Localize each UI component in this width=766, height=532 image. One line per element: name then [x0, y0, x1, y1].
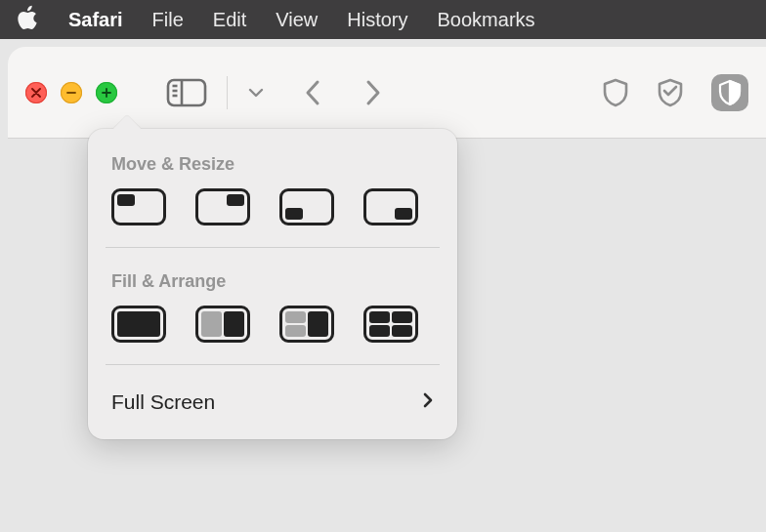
- move-resize-grid: [88, 188, 457, 247]
- fill-arrange-grid: [88, 306, 457, 364]
- svg-rect-0: [168, 80, 205, 105]
- menubar-item-bookmarks[interactable]: Bookmarks: [438, 9, 535, 31]
- menubar-item-history[interactable]: History: [347, 9, 407, 31]
- tile-quad-icon[interactable]: [363, 306, 418, 343]
- shield-half-active-icon[interactable]: [711, 74, 748, 111]
- tile-three-up-icon[interactable]: [279, 306, 334, 343]
- menubar-item-app[interactable]: Safari: [68, 9, 123, 31]
- menubar-item-edit[interactable]: Edit: [213, 9, 246, 31]
- sidebar-controls: [166, 76, 265, 109]
- tile-top-left-icon[interactable]: [111, 188, 166, 225]
- window-tiling-popover: Move & Resize Fill & Arrange Full Screen: [88, 129, 457, 439]
- shield-check-icon[interactable]: [657, 77, 684, 108]
- back-button-icon[interactable]: [304, 78, 323, 107]
- chevron-right-icon: [422, 391, 434, 414]
- apple-menu-icon[interactable]: [18, 5, 39, 34]
- tile-fill-screen-icon[interactable]: [111, 306, 166, 343]
- tile-half-split-icon[interactable]: [195, 306, 250, 343]
- window-controls: [25, 82, 117, 103]
- window-minimize-button[interactable]: [61, 82, 82, 103]
- full-screen-menu-item[interactable]: Full Screen: [88, 381, 457, 430]
- menubar-item-view[interactable]: View: [276, 9, 318, 31]
- window-zoom-button[interactable]: [96, 82, 117, 103]
- window-close-button[interactable]: [25, 82, 47, 103]
- section-label-fill-arrange: Fill & Arrange: [88, 264, 457, 306]
- tile-bottom-left-icon[interactable]: [279, 188, 334, 225]
- section-label-move-resize: Move & Resize: [88, 146, 457, 188]
- toolbar-right-group: [602, 74, 748, 111]
- navigation-controls: [304, 78, 382, 107]
- popover-divider: [106, 364, 440, 365]
- sidebar-toggle-icon[interactable]: [166, 77, 207, 108]
- tile-top-right-icon[interactable]: [195, 188, 250, 225]
- toolbar-divider: [227, 76, 228, 109]
- popover-divider: [106, 247, 440, 248]
- full-screen-label: Full Screen: [111, 390, 215, 414]
- menubar-item-file[interactable]: File: [152, 9, 184, 31]
- forward-button-icon[interactable]: [362, 78, 382, 107]
- tile-bottom-right-icon[interactable]: [363, 188, 418, 225]
- macos-menubar: Safari File Edit View History Bookmarks: [0, 0, 766, 39]
- privacy-report-shield-icon[interactable]: [602, 77, 629, 108]
- tab-groups-dropdown-icon[interactable]: [247, 84, 265, 102]
